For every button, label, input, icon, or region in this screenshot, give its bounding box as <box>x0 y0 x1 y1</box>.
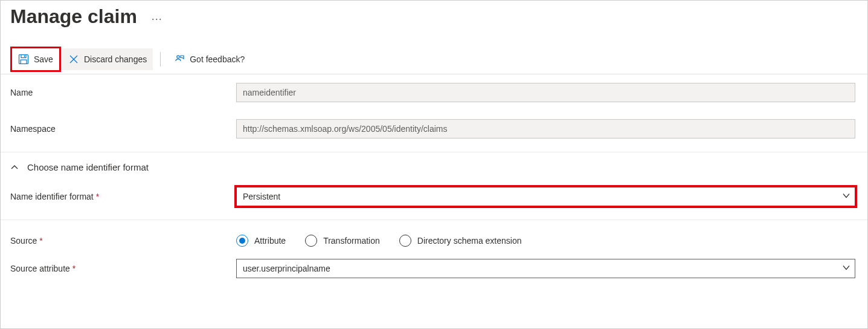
name-id-format-value: Persistent <box>243 192 280 201</box>
radio-label: Attribute <box>254 236 286 246</box>
source-radio-group: Attribute Transformation Directory schem… <box>236 235 855 247</box>
discard-button-label: Discard changes <box>84 54 147 64</box>
svg-rect-1 <box>21 55 26 58</box>
toolbar-divider <box>160 52 161 67</box>
section-toggle[interactable]: Choose name identifier format <box>1 152 867 178</box>
chevron-up-icon <box>10 163 19 172</box>
source-radio-directory[interactable]: Directory schema extension <box>399 235 522 247</box>
required-marker: * <box>72 264 76 273</box>
name-id-format-dropdown[interactable]: Persistent <box>236 187 855 206</box>
source-label: Source <box>10 236 37 246</box>
save-button-label: Save <box>34 54 53 64</box>
radio-icon <box>236 235 248 247</box>
save-button[interactable]: Save <box>12 48 59 70</box>
required-marker: * <box>39 236 42 246</box>
source-radio-attribute[interactable]: Attribute <box>236 235 286 247</box>
source-attribute-label: Source attribute <box>10 264 70 273</box>
section-header-label: Choose name identifier format <box>27 162 149 172</box>
source-attribute-value: user.userprincipalname <box>243 264 330 273</box>
feedback-label: Got feedback? <box>190 54 245 64</box>
name-label: Name <box>10 88 33 97</box>
feedback-icon <box>174 54 185 65</box>
toolbar: Save Discard changes <box>1 45 867 74</box>
close-icon <box>68 54 79 65</box>
name-input <box>236 83 855 102</box>
source-radio-transformation[interactable]: Transformation <box>305 235 380 247</box>
namespace-label: Namespace <box>10 124 56 134</box>
namespace-input <box>236 119 855 138</box>
radio-icon <box>305 235 317 247</box>
more-actions-button[interactable]: ··· <box>152 13 162 25</box>
save-icon <box>18 54 29 65</box>
source-attribute-combobox[interactable]: user.userprincipalname <box>236 259 855 278</box>
page-title: Manage claim <box>10 5 137 28</box>
radio-icon <box>399 235 411 247</box>
discard-button[interactable]: Discard changes <box>62 48 153 70</box>
radio-label: Transformation <box>323 236 380 246</box>
name-id-format-label: Name identifier format <box>10 192 94 201</box>
required-marker: * <box>96 192 99 201</box>
chevron-down-icon <box>842 264 850 274</box>
radio-label: Directory schema extension <box>417 236 522 246</box>
svg-point-6 <box>177 56 179 58</box>
chevron-down-icon <box>842 192 850 202</box>
feedback-link[interactable]: Got feedback? <box>168 50 251 68</box>
svg-rect-2 <box>21 60 27 64</box>
